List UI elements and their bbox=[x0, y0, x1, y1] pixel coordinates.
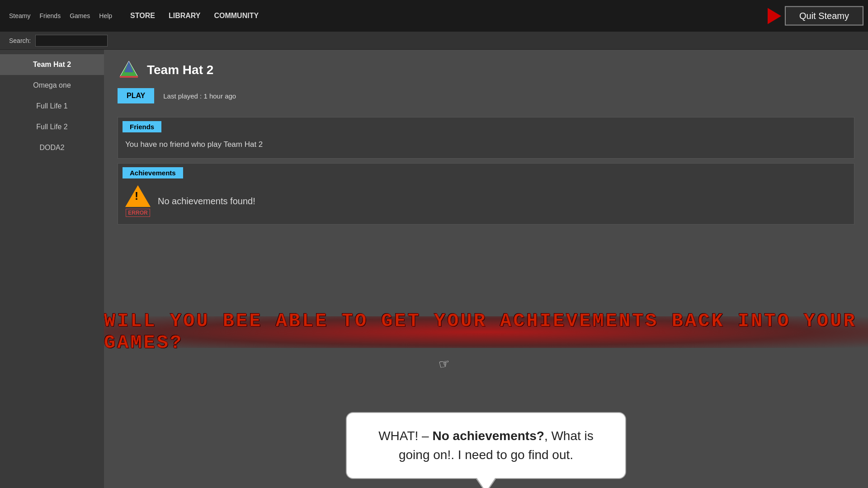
error-label: ERROR bbox=[126, 209, 150, 217]
friends-section: Friends You have no friend who play Team… bbox=[118, 117, 854, 159]
app-name: Steamy bbox=[9, 12, 30, 19]
achievements-header: Achievements bbox=[123, 167, 183, 178]
game-header: Team Hat 2 bbox=[104, 50, 868, 88]
sidebar-item-3[interactable]: Full Life 2 bbox=[0, 117, 104, 137]
banner-text: WILL YOU BEE ABLE TO GET YOUR ACHIEVEMEN… bbox=[104, 310, 868, 354]
last-played-text: Last played : 1 hour ago bbox=[163, 92, 236, 100]
friends-text: You have no friend who play Team Hat 2 bbox=[118, 135, 854, 158]
nav-library[interactable]: LIBRARY bbox=[169, 12, 201, 20]
sidebar: Team Hat 2Omega oneFull Life 1Full Life … bbox=[0, 50, 104, 488]
speech-text-bold: No achievements? bbox=[432, 429, 544, 443]
red-banner: WILL YOU BEE ABLE TO GET YOUR ACHIEVEMEN… bbox=[104, 316, 868, 348]
nav-links: STORE LIBRARY COMMUNITY bbox=[130, 12, 259, 20]
quit-button-area: Quit Steamy bbox=[768, 6, 863, 26]
play-triangle-icon bbox=[768, 8, 781, 24]
sidebar-item-0[interactable]: Team Hat 2 bbox=[0, 54, 104, 75]
speech-bubble: WHAT! – No achievements?, What is going … bbox=[346, 412, 626, 479]
menu-friends[interactable]: Friends bbox=[39, 12, 61, 19]
sidebar-item-1[interactable]: Omega one bbox=[0, 75, 104, 96]
speech-text-part1: WHAT! – bbox=[378, 429, 432, 443]
friends-header: Friends bbox=[123, 121, 161, 132]
search-label: Search: bbox=[9, 37, 31, 44]
game-title: Team Hat 2 bbox=[147, 63, 213, 77]
nav-community[interactable]: COMMUNITY bbox=[214, 12, 259, 20]
play-row: PLAY Last played : 1 hour ago bbox=[104, 88, 868, 113]
search-bar: Search: bbox=[0, 32, 868, 50]
sidebar-item-2[interactable]: Full Life 1 bbox=[0, 96, 104, 117]
top-bar: Steamy Friends Games Help STORE LIBRARY … bbox=[0, 0, 868, 32]
sidebar-item-4[interactable]: DODA2 bbox=[0, 137, 104, 158]
play-button[interactable]: PLAY bbox=[118, 88, 154, 103]
content-area: Team Hat 2 PLAY Last played : 1 hour ago… bbox=[104, 50, 868, 488]
nav-store[interactable]: STORE bbox=[130, 12, 155, 20]
achievements-section: Achievements ERROR No achievements found… bbox=[118, 163, 854, 225]
main-layout: Team Hat 2Omega oneFull Life 1Full Life … bbox=[0, 50, 868, 488]
achievements-text: No achievements found! bbox=[158, 196, 255, 206]
menu-games[interactable]: Games bbox=[70, 12, 90, 19]
quit-button[interactable]: Quit Steamy bbox=[785, 6, 863, 26]
achievements-body: ERROR No achievements found! bbox=[118, 181, 854, 224]
game-icon bbox=[118, 59, 140, 81]
error-icon: ERROR bbox=[125, 185, 151, 217]
menu-help[interactable]: Help bbox=[99, 12, 112, 19]
warning-triangle-icon bbox=[125, 185, 151, 207]
mouse-cursor: ☞ bbox=[437, 356, 451, 372]
menu-bar: Friends Games Help bbox=[39, 12, 112, 19]
search-input[interactable] bbox=[35, 35, 108, 47]
